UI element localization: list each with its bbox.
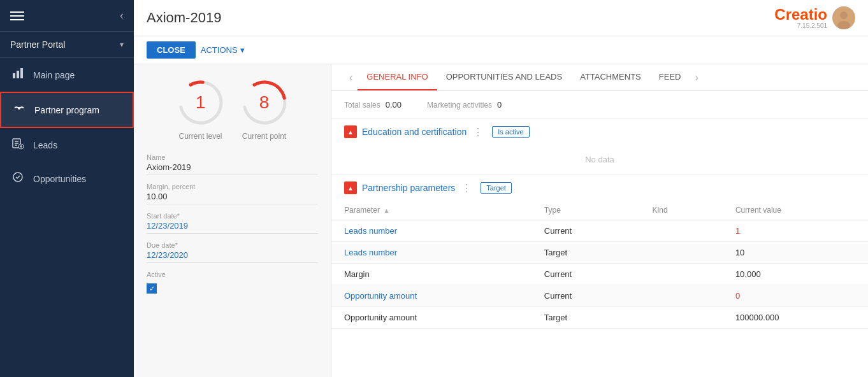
tab-general-info[interactable]: GENERAL INFO <box>358 64 437 90</box>
education-no-data: No data <box>331 145 868 174</box>
active-checkbox[interactable]: ✓ <box>147 283 157 294</box>
svg-point-13 <box>840 11 848 19</box>
actions-button[interactable]: ACTIONS ▾ <box>201 45 245 55</box>
topbar: Axiom-2019 Creatio 7.15.2.501 <box>134 0 868 36</box>
marketing-activities-item: Marketing activities 0 <box>427 100 502 110</box>
education-section-menu-icon[interactable]: ⋮ <box>473 126 483 138</box>
sidebar-item-label: Partner program <box>34 105 99 115</box>
close-button[interactable]: CLOSE <box>147 41 196 59</box>
table-row: Opportunity amount Current 0 <box>331 285 868 307</box>
sidebar-item-label: Opportunities <box>33 174 86 184</box>
sidebar-item-label: Leads <box>33 140 57 150</box>
sidebar-item-main-page[interactable]: Main page <box>0 58 134 92</box>
total-sales-value: 0.00 <box>386 100 401 110</box>
current-point-gauge: 8 Current point <box>239 77 290 141</box>
parameter-sort-icon: ▲ <box>383 207 389 214</box>
total-sales-item: Total sales 0.00 <box>344 100 401 110</box>
actions-label: ACTIONS <box>201 45 238 55</box>
current-point-label: Current point <box>239 132 290 141</box>
cell-kind <box>640 242 723 264</box>
current-level-gauge: 1 Current level <box>175 77 226 141</box>
tab-attachments[interactable]: ATTACHMENTS <box>571 64 650 90</box>
education-section-title[interactable]: Education and certification <box>362 127 467 137</box>
page-title: Axiom-2019 <box>147 10 221 26</box>
education-section: ▲ Education and certification ⋮ Is activ… <box>331 119 868 175</box>
chevron-down-icon: ▾ <box>120 40 124 49</box>
field-margin: Margin, percent 10.00 <box>147 183 318 204</box>
bar-chart-icon <box>10 67 25 83</box>
table-row: Margin Current 10.000 <box>331 264 868 285</box>
field-start-date: Start date* 12/23/2019 <box>147 212 318 234</box>
cell-kind <box>640 264 723 285</box>
cell-parameter[interactable]: Opportunity amount <box>331 285 532 307</box>
field-due-date: Due date* 12/23/2020 <box>147 241 318 263</box>
sidebar-item-leads[interactable]: Leads <box>0 128 134 162</box>
svg-rect-0 <box>13 73 15 78</box>
cell-current-value[interactable]: 0 <box>723 285 868 307</box>
name-label: Name <box>147 153 318 161</box>
hamburger-icon[interactable] <box>10 11 24 20</box>
cell-parameter[interactable]: Leads number <box>331 242 532 264</box>
field-name: Name Axiom-2019 <box>147 153 318 175</box>
cell-type: Current <box>532 220 640 242</box>
col-kind: Kind <box>640 201 723 220</box>
start-date-label: Start date* <box>147 212 318 220</box>
svg-point-3 <box>18 107 20 110</box>
table-row: Leads number Current 1 <box>331 220 868 242</box>
svg-rect-1 <box>17 71 19 78</box>
partnership-section-title[interactable]: Partnership parameters <box>362 183 455 193</box>
sidebar-portal-selector[interactable]: Partner Portal ▾ <box>0 32 134 58</box>
sidebar-item-opportunities[interactable]: Opportunities <box>0 162 134 196</box>
due-date-value[interactable]: 12/23/2020 <box>147 250 318 263</box>
cell-current-value: 10 <box>723 242 868 264</box>
topbar-right: Creatio 7.15.2.501 <box>774 6 855 29</box>
sidebar: ‹ Partner Portal ▾ Main page Partn <box>0 0 134 377</box>
start-date-value[interactable]: 12/23/2019 <box>147 221 318 234</box>
left-panel: 1 Current level 8 Current point <box>134 64 331 377</box>
margin-value: 10.00 <box>147 192 318 204</box>
partnership-section-menu-icon[interactable]: ⋮ <box>461 182 472 194</box>
partnership-section-badge[interactable]: Target <box>481 182 512 194</box>
partnership-collapse-button[interactable]: ▲ <box>344 181 357 194</box>
education-section-badge[interactable]: Is active <box>492 126 529 138</box>
gauge-circle-point: 8 <box>239 77 290 128</box>
due-date-label: Due date* <box>147 241 318 249</box>
gauges: 1 Current level 8 Current point <box>147 77 318 141</box>
marketing-activities-value: 0 <box>497 100 502 110</box>
education-collapse-button[interactable]: ▲ <box>344 125 357 138</box>
collapse-sidebar-button[interactable]: ‹ <box>120 9 124 22</box>
cell-kind <box>640 307 723 329</box>
tab-opportunities-leads[interactable]: OPPORTUNITIES AND LEADS <box>437 64 572 90</box>
cell-type: Target <box>532 307 640 329</box>
version-text: 7.15.2.501 <box>774 22 827 29</box>
tab-content: Total sales 0.00 Marketing activities 0 … <box>331 91 868 377</box>
partnership-table: Parameter ▲ Type Kind Curr <box>331 201 868 329</box>
cell-kind <box>640 285 723 307</box>
sidebar-item-partner-program[interactable]: Partner program <box>0 92 134 128</box>
leads-icon <box>10 137 25 153</box>
content-area: 1 Current level 8 Current point <box>134 64 868 377</box>
name-value: Axiom-2019 <box>147 162 318 175</box>
table-row: Opportunity amount Target 100000.000 <box>331 307 868 329</box>
right-panel: ‹ GENERAL INFO OPPORTUNITIES AND LEADS A… <box>331 64 868 377</box>
current-level-value: 1 <box>196 92 206 113</box>
actions-chevron-icon: ▾ <box>240 45 245 55</box>
education-section-header: ▲ Education and certification ⋮ Is activ… <box>331 119 868 145</box>
tab-prev-button[interactable]: ‹ <box>344 72 358 83</box>
tab-next-button[interactable]: › <box>690 72 703 83</box>
avatar[interactable] <box>832 6 855 29</box>
margin-label: Margin, percent <box>147 183 318 190</box>
active-checkbox-field: ✓ <box>147 283 318 294</box>
svg-rect-2 <box>20 68 23 78</box>
summary-row: Total sales 0.00 Marketing activities 0 <box>331 91 868 119</box>
cell-type: Target <box>532 242 640 264</box>
cell-kind <box>640 220 723 242</box>
cell-parameter[interactable]: Leads number <box>331 220 532 242</box>
tab-feed[interactable]: FEED <box>650 64 690 90</box>
partnership-table-body: Leads number Current 1 Leads number Targ… <box>331 220 868 329</box>
cell-current-value[interactable]: 1 <box>723 220 868 242</box>
logo-creatio: Creatio <box>774 6 827 23</box>
cell-parameter: Opportunity amount <box>331 307 532 329</box>
cell-current-value: 10.000 <box>723 264 868 285</box>
tabs: ‹ GENERAL INFO OPPORTUNITIES AND LEADS A… <box>331 64 868 91</box>
